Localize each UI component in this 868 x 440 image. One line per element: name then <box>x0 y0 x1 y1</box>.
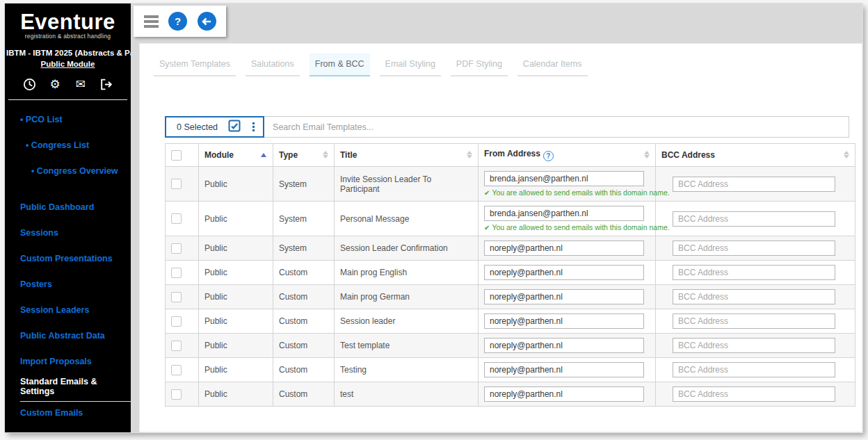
clock-icon[interactable] <box>23 78 36 91</box>
cell-type: Custom <box>273 358 335 382</box>
tab-from-and-bcc[interactable]: From & BCC <box>310 54 370 76</box>
cell-module: Public <box>199 382 273 407</box>
bcc-address-input[interactable] <box>673 265 835 280</box>
tab-calendar-items[interactable]: Calendar Items <box>517 54 588 76</box>
cell-module: Public <box>199 358 273 382</box>
domain-validation-message: ✔You are allowed to send emails with thi… <box>484 188 650 197</box>
gear-icon[interactable]: ⚙ <box>49 78 62 91</box>
cell-title: Personal Message <box>335 202 479 236</box>
header-select-all <box>166 144 199 167</box>
row-checkbox[interactable] <box>171 365 182 375</box>
table-row: Public Custom Session leader <box>166 309 855 334</box>
from-address-input[interactable] <box>484 289 644 304</box>
table-row: Public Custom test <box>166 382 855 407</box>
sidebar-item-congress-list[interactable]: Congress List <box>5 132 131 158</box>
bcc-address-input[interactable] <box>673 386 835 402</box>
sidebar-item-session-leaders[interactable]: Session Leaders <box>5 297 131 323</box>
cell-module: Public <box>199 236 273 261</box>
selection-menu[interactable]: 0 Selected <box>165 116 264 138</box>
help-icon[interactable]: ? <box>168 12 187 31</box>
list-toolbar: 0 Selected <box>165 116 849 138</box>
sidebar-item-congress-overview[interactable]: Congress Overview <box>5 158 131 184</box>
row-checkbox[interactable] <box>171 179 182 189</box>
bcc-address-input[interactable] <box>673 338 835 353</box>
bcc-address-input[interactable] <box>673 313 835 329</box>
bcc-address-input[interactable] <box>673 177 835 192</box>
row-checkbox[interactable] <box>171 341 182 351</box>
from-address-input[interactable] <box>484 386 644 402</box>
table-row: Public System Invite Session Leader To P… <box>166 167 855 202</box>
checked-checkbox-icon[interactable] <box>228 120 241 135</box>
menu-icon[interactable] <box>144 15 159 28</box>
table-row: Public System Session Leader Confirmatio… <box>166 236 855 261</box>
row-checkbox[interactable] <box>171 316 182 327</box>
sidebar-item-pco-list[interactable]: PCO List <box>5 106 131 132</box>
bcc-address-input[interactable] <box>673 289 835 304</box>
sidebar-item-custom-presentations[interactable]: Custom Presentations <box>5 245 131 271</box>
top-toolbar: ? <box>134 6 226 37</box>
sort-icon <box>844 151 849 158</box>
header-from-address[interactable]: From Address? <box>479 144 656 167</box>
sidebar-item-import-proposals[interactable]: Import Proposals <box>5 348 131 374</box>
kebab-menu-icon[interactable] <box>251 121 256 133</box>
row-checkbox[interactable] <box>171 213 182 224</box>
cell-title: Test template <box>335 334 479 358</box>
sidebar-item-public-abstract-data[interactable]: Public Abstract Data <box>5 323 131 348</box>
from-address-input[interactable] <box>484 171 644 186</box>
row-checkbox[interactable] <box>171 243 182 254</box>
bcc-address-input[interactable] <box>673 362 835 377</box>
row-checkbox[interactable] <box>171 292 182 302</box>
logo-title: Eventure <box>5 10 131 34</box>
domain-validation-message: ✔You are allowed to send emails with thi… <box>484 223 650 231</box>
header-bcc-address[interactable]: BCC Address <box>656 144 855 167</box>
from-address-help-icon[interactable]: ? <box>543 151 554 161</box>
from-address-input[interactable] <box>484 362 644 377</box>
cell-title: Session Leader Confirmation <box>335 236 479 261</box>
from-address-input[interactable] <box>484 241 644 256</box>
sort-icon <box>644 151 650 158</box>
sidebar-item-public-dashboard[interactable]: Public Dashboard <box>5 194 131 220</box>
table-row: Public System Personal Message ✔You are … <box>166 202 855 236</box>
bcc-address-input[interactable] <box>673 211 835 227</box>
cell-title: Testing <box>335 358 479 382</box>
search-input[interactable] <box>264 116 849 138</box>
cell-type: Custom <box>273 382 335 407</box>
sort-icon <box>323 151 328 158</box>
tab-salutations[interactable]: Salutations <box>246 54 300 76</box>
sign-out-icon[interactable] <box>99 78 113 91</box>
table-header-row: Module Type Title From Address? BCC Addr… <box>166 144 855 167</box>
sidebar-item-posters[interactable]: Posters <box>5 271 131 297</box>
cell-title: test <box>335 382 479 407</box>
row-checkbox[interactable] <box>171 389 182 400</box>
tab-system-templates[interactable]: System Templates <box>154 54 236 76</box>
header-module[interactable]: Module <box>199 144 273 167</box>
cell-type: Custom <box>273 285 335 309</box>
check-icon: ✔ <box>484 224 490 231</box>
back-icon[interactable] <box>198 12 216 31</box>
email-templates-table: Module Type Title From Address? BCC Addr… <box>165 143 855 407</box>
sidebar-item-custom-emails[interactable]: Custom Emails <box>5 400 131 425</box>
from-address-input[interactable] <box>484 338 644 353</box>
envelope-icon[interactable]: ✉ <box>74 78 87 91</box>
app-logo: Eventure registration & abstract handlin… <box>5 3 131 40</box>
select-all-checkbox[interactable] <box>171 150 182 161</box>
sidebar-item-sessions[interactable]: Sessions <box>5 220 131 245</box>
from-address-input[interactable] <box>484 313 644 329</box>
cell-title: Session leader <box>335 309 479 334</box>
public-module-link[interactable]: Public Module <box>5 60 131 68</box>
cell-title: Main prog English <box>335 261 479 285</box>
sidebar-quick-icons: ⚙ ✉ <box>23 77 113 91</box>
row-checkbox[interactable] <box>171 268 182 278</box>
event-title: IBTM - IBTM 2025 (Abstracts & Par... <box>5 49 131 57</box>
from-address-input[interactable] <box>484 206 644 221</box>
cell-type: Custom <box>273 334 335 358</box>
sidebar-item-standard-emails-settings[interactable]: Standard Emails & Settings <box>5 374 131 400</box>
table-row: Public Custom Main prog English <box>166 261 855 285</box>
bcc-address-input[interactable] <box>673 241 835 256</box>
header-title[interactable]: Title <box>335 144 479 167</box>
cell-module: Public <box>199 202 273 236</box>
tab-pdf-styling[interactable]: PDF Styling <box>451 54 508 76</box>
tab-email-styling[interactable]: Email Styling <box>380 54 441 76</box>
from-address-input[interactable] <box>484 265 644 280</box>
header-type[interactable]: Type <box>273 144 335 167</box>
